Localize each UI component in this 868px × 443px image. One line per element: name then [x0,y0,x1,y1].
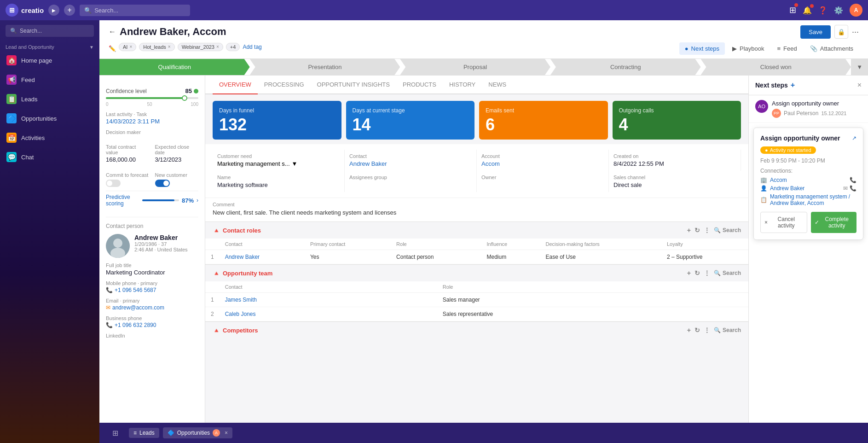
bottom-tab-leads[interactable]: ≡ Leads [129,428,159,438]
sidebar-item-chat[interactable]: 💬 Chat [0,147,99,167]
bottom-bar-left: ⊞ [105,429,125,437]
commit-toggle[interactable] [106,180,121,187]
col-contact: Contact [220,239,305,250]
lock-button[interactable]: 🔒 [834,25,848,39]
refresh-contact-roles-icon[interactable]: ↻ [694,227,700,234]
row-influence: Medium [481,250,540,264]
sidebar-item-leads[interactable]: 📋 Leads [0,89,99,109]
phone-action-icon[interactable]: 📞 [850,177,856,183]
task-icon: 📋 [760,197,767,203]
company-icon: 🏢 [760,177,767,183]
add-team-member-button[interactable]: + [687,269,691,277]
refresh-competitors-icon[interactable]: ↻ [694,326,700,334]
last-activity-date[interactable]: 14/03/2022 [106,118,136,125]
stage-proposal[interactable]: Proposal [400,59,550,75]
ctab-processing[interactable]: PROCESSING [258,76,311,94]
more-competitors-icon[interactable]: ⋮ [704,326,710,334]
complete-icon: ✓ [815,219,819,226]
pred-label[interactable]: Predictive scoring [106,194,142,207]
more-contact-roles-icon[interactable]: ⋮ [704,227,710,234]
business-phone-link[interactable]: 📞 +1 096 632 2890 [106,322,198,328]
team-row1-contact[interactable]: James Smith [220,293,437,307]
tag-more[interactable]: +4 [226,43,240,51]
add-next-step-button[interactable]: + [791,81,795,89]
search-contact-roles[interactable]: 🔍 Search [714,227,741,233]
tag-webinar-remove[interactable]: × [216,44,219,49]
connection-andrew[interactable]: 👤 Andrew Baker ✉ 📞 [760,185,856,192]
ctab-products[interactable]: PRODUCTS [396,76,443,94]
new-customer-toggle[interactable] [155,180,170,187]
back-button[interactable]: ← [109,28,116,36]
row-contact[interactable]: Andrew Baker [220,250,305,264]
bottom-tab-opps-close[interactable]: × [225,430,228,436]
team-row2-contact[interactable]: Caleb Jones [220,307,437,321]
total-contract-field: Total contract value 168,000.00 [106,140,150,163]
add-competitor-button[interactable]: + [687,326,691,334]
kpi-emails-sent-title: Emails sent [486,107,602,114]
email-action-icon[interactable]: ✉ [843,185,848,192]
ctab-news[interactable]: NEWS [482,76,513,94]
confidence-slider[interactable] [106,97,198,99]
stage-presentation[interactable]: Presentation [250,59,400,75]
grid-icon[interactable]: ⊞ [789,5,796,15]
save-button[interactable]: Save [800,25,831,39]
sidebar-search-icon: 🔍 [10,28,17,34]
refresh-team-icon[interactable]: ↻ [694,269,700,277]
sidebar-search-box[interactable]: 🔍 Search... [6,25,94,37]
tag-ai-remove[interactable]: × [129,44,132,49]
ctab-history[interactable]: HISTORY [443,76,482,94]
bottom-tab-opportunities[interactable]: 🔷 Opportunities A × [163,427,232,438]
complete-activity-button[interactable]: ✓ Complete activity [811,212,857,233]
stage-dropdown[interactable]: ▼ [851,59,868,75]
phone-action-icon2[interactable]: 📞 [850,185,856,192]
top-search-box[interactable]: 🔍 [80,5,190,16]
cancel-activity-button[interactable]: × Cancel activity [760,212,807,233]
connection-task[interactable]: 📋 Marketing management system / Andrew B… [760,193,856,206]
tag-hot-leads-remove[interactable]: × [168,44,171,49]
top-search-input[interactable] [94,7,185,14]
stage-closed-won[interactable]: Closed won [701,59,851,75]
tag-hot-leads: Hot_leads × [139,43,174,51]
more-team-icon[interactable]: ⋮ [704,269,710,277]
sidebar-item-feed[interactable]: 📢 Feed [0,70,99,89]
email-field: Email · primary ✉ andrew@accom.com [106,298,198,311]
mobile-link[interactable]: 📞 +1 096 546 5687 [106,287,198,293]
ctab-opportunity-insights[interactable]: OPPORTUNITY INSIGHTS [311,76,396,94]
more-options-button[interactable]: ··· [852,27,859,37]
comment-label: Comment [213,202,741,207]
add-contact-role-button[interactable]: + [687,227,691,234]
search-team[interactable]: 🔍 Search [714,270,741,276]
sidebar-item-home[interactable]: 🏠 Home page [0,51,99,70]
next-step-item[interactable]: AO Assign opportunity owner PP Paul Pete… [749,95,868,123]
stage-contracting[interactable]: Contracting [550,59,701,75]
ov-created-on: Created on 8/4/2022 12:55 PM [609,150,741,171]
sidebar-module-label[interactable]: Lead and Opportunity ▼ [0,41,99,51]
contact-avatar-svg [106,234,130,258]
ov-customer-need-value[interactable]: Marketing management s... ▼ [217,160,340,167]
email-link[interactable]: ✉ andrew@accom.com [106,304,198,311]
add-button[interactable]: + [64,5,75,16]
play-button[interactable]: ▶ [48,5,59,16]
ctab-overview[interactable]: OVERVIEW [213,76,258,94]
bottom-open-icon[interactable]: ⊞ [112,429,118,437]
assign-popup-external-icon[interactable]: ↗ [852,135,856,141]
add-tag-button[interactable]: Add tag [243,44,261,50]
confidence-fill [106,97,185,99]
job-title-field: Full job title Marketing Coordinator [106,262,198,276]
ov-account-value[interactable]: Accom [481,160,604,167]
tab-attachments[interactable]: 📎 Attachments [804,42,859,55]
tab-next-steps[interactable]: ● Next steps [679,42,725,55]
user-avatar[interactable]: A [850,4,862,17]
tab-playbook[interactable]: ▶ Playbook [727,42,770,55]
tab-feed[interactable]: ≡ Feed [772,42,803,55]
sidebar-item-activities[interactable]: 📅 Activities [0,128,99,147]
question-icon[interactable]: ❓ [818,6,827,15]
stage-qualification[interactable]: Qualification [99,59,250,75]
ov-contact-value[interactable]: Andrew Baker [349,160,472,167]
gear-icon[interactable]: ⚙️ [834,6,843,15]
sidebar-item-opportunities[interactable]: 🔷 Opportunities [0,109,99,128]
close-right-panel-button[interactable]: × [857,81,862,89]
connection-accom[interactable]: 🏢 Accom 📞 [760,177,856,183]
search-competitors[interactable]: 🔍 Search [714,327,741,333]
bell-icon[interactable]: 🔔 [803,6,812,15]
